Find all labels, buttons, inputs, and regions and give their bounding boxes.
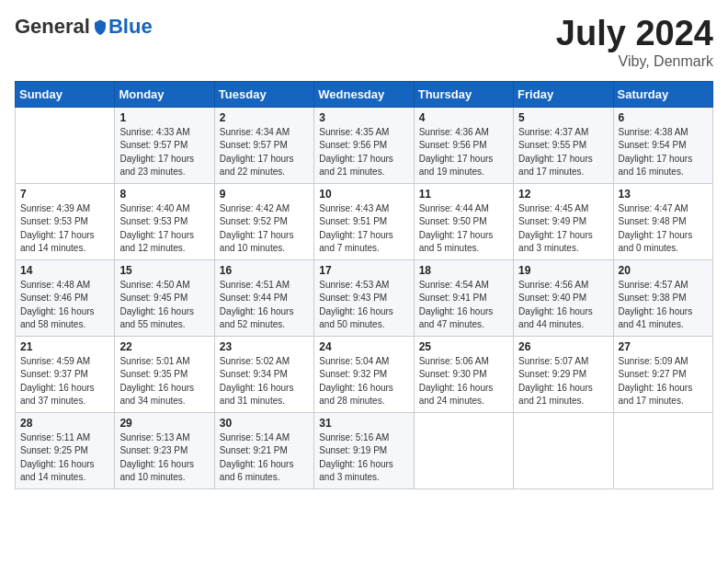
logo-icon xyxy=(92,18,108,35)
day-info: Sunrise: 4:48 AM Sunset: 9:46 PM Dayligh… xyxy=(20,279,109,332)
calendar-cell: 7Sunrise: 4:39 AM Sunset: 9:53 PM Daylig… xyxy=(16,183,115,259)
day-info: Sunrise: 4:44 AM Sunset: 9:50 PM Dayligh… xyxy=(419,202,508,256)
day-info: Sunrise: 4:45 AM Sunset: 9:49 PM Dayligh… xyxy=(518,202,608,256)
calendar-cell: 31Sunrise: 5:16 AM Sunset: 9:19 PM Dayli… xyxy=(314,412,414,488)
calendar-cell: 22Sunrise: 5:01 AM Sunset: 9:35 PM Dayli… xyxy=(115,336,214,412)
day-info: Sunrise: 4:36 AM Sunset: 9:56 PM Dayligh… xyxy=(419,126,508,179)
calendar-cell: 26Sunrise: 5:07 AM Sunset: 9:29 PM Dayli… xyxy=(514,336,613,412)
calendar-cell: 2Sunrise: 4:34 AM Sunset: 9:57 PM Daylig… xyxy=(214,107,313,183)
calendar-cell: 19Sunrise: 4:56 AM Sunset: 9:40 PM Dayli… xyxy=(514,259,613,336)
day-info: Sunrise: 4:33 AM Sunset: 9:57 PM Dayligh… xyxy=(119,126,209,179)
day-info: Sunrise: 5:01 AM Sunset: 9:35 PM Dayligh… xyxy=(119,355,209,408)
day-info: Sunrise: 4:54 AM Sunset: 9:41 PM Dayligh… xyxy=(419,279,508,332)
calendar-cell: 18Sunrise: 4:54 AM Sunset: 9:41 PM Dayli… xyxy=(414,259,513,336)
day-number: 14 xyxy=(20,264,109,277)
calendar-cell: 29Sunrise: 5:13 AM Sunset: 9:23 PM Dayli… xyxy=(115,412,214,488)
day-number: 22 xyxy=(119,340,209,353)
day-number: 28 xyxy=(20,417,109,430)
calendar-cell: 9Sunrise: 4:42 AM Sunset: 9:52 PM Daylig… xyxy=(214,183,313,259)
day-number: 1 xyxy=(119,111,209,124)
day-info: Sunrise: 4:47 AM Sunset: 9:48 PM Dayligh… xyxy=(619,202,708,256)
day-number: 27 xyxy=(619,340,708,353)
column-header-friday: Friday xyxy=(514,81,613,107)
calendar-cell xyxy=(514,412,613,488)
column-header-saturday: Saturday xyxy=(613,81,712,107)
calendar-cell: 27Sunrise: 5:09 AM Sunset: 9:27 PM Dayli… xyxy=(613,336,712,412)
calendar-week-row: 7Sunrise: 4:39 AM Sunset: 9:53 PM Daylig… xyxy=(16,183,713,259)
column-header-monday: Monday xyxy=(115,81,214,107)
calendar-cell: 1Sunrise: 4:33 AM Sunset: 9:57 PM Daylig… xyxy=(115,107,214,183)
day-number: 7 xyxy=(20,188,109,201)
day-info: Sunrise: 4:35 AM Sunset: 9:56 PM Dayligh… xyxy=(319,126,408,179)
day-number: 9 xyxy=(220,188,309,201)
day-info: Sunrise: 4:59 AM Sunset: 9:37 PM Dayligh… xyxy=(20,355,109,408)
calendar-cell: 14Sunrise: 4:48 AM Sunset: 9:46 PM Dayli… xyxy=(16,259,115,336)
day-number: 16 xyxy=(220,264,309,277)
day-number: 30 xyxy=(220,417,309,430)
day-number: 10 xyxy=(319,188,408,201)
calendar-cell: 20Sunrise: 4:57 AM Sunset: 9:38 PM Dayli… xyxy=(613,259,712,336)
calendar-cell xyxy=(414,412,513,488)
column-header-sunday: Sunday xyxy=(16,81,115,107)
day-info: Sunrise: 4:39 AM Sunset: 9:53 PM Dayligh… xyxy=(20,202,109,256)
calendar-cell: 25Sunrise: 5:06 AM Sunset: 9:30 PM Dayli… xyxy=(414,336,513,412)
day-number: 17 xyxy=(319,264,408,277)
calendar-week-row: 28Sunrise: 5:11 AM Sunset: 9:25 PM Dayli… xyxy=(16,412,713,488)
day-number: 15 xyxy=(119,264,209,277)
day-number: 29 xyxy=(119,417,209,430)
day-info: Sunrise: 4:56 AM Sunset: 9:40 PM Dayligh… xyxy=(518,279,608,332)
calendar-cell: 4Sunrise: 4:36 AM Sunset: 9:56 PM Daylig… xyxy=(414,107,513,183)
day-info: Sunrise: 4:53 AM Sunset: 9:43 PM Dayligh… xyxy=(319,279,408,332)
day-info: Sunrise: 4:42 AM Sunset: 9:52 PM Dayligh… xyxy=(220,202,309,256)
calendar-cell: 11Sunrise: 4:44 AM Sunset: 9:50 PM Dayli… xyxy=(414,183,513,259)
calendar-cell: 15Sunrise: 4:50 AM Sunset: 9:45 PM Dayli… xyxy=(115,259,214,336)
month-year-title: July 2024 xyxy=(556,15,713,53)
day-info: Sunrise: 4:37 AM Sunset: 9:55 PM Dayligh… xyxy=(518,126,608,179)
day-info: Sunrise: 4:38 AM Sunset: 9:54 PM Dayligh… xyxy=(619,126,708,179)
day-number: 5 xyxy=(518,111,608,124)
day-info: Sunrise: 5:07 AM Sunset: 9:29 PM Dayligh… xyxy=(518,355,608,408)
calendar-header-row: SundayMondayTuesdayWednesdayThursdayFrid… xyxy=(16,81,713,107)
calendar-cell: 16Sunrise: 4:51 AM Sunset: 9:44 PM Dayli… xyxy=(214,259,313,336)
day-info: Sunrise: 5:04 AM Sunset: 9:32 PM Dayligh… xyxy=(319,355,408,408)
calendar-cell: 6Sunrise: 4:38 AM Sunset: 9:54 PM Daylig… xyxy=(613,107,712,183)
day-info: Sunrise: 5:09 AM Sunset: 9:27 PM Dayligh… xyxy=(619,355,708,408)
day-number: 8 xyxy=(119,188,209,201)
calendar-cell: 21Sunrise: 4:59 AM Sunset: 9:37 PM Dayli… xyxy=(16,336,115,412)
day-number: 2 xyxy=(220,111,309,124)
column-header-tuesday: Tuesday xyxy=(214,81,313,107)
day-number: 24 xyxy=(319,340,408,353)
day-number: 3 xyxy=(319,111,408,124)
day-info: Sunrise: 5:16 AM Sunset: 9:19 PM Dayligh… xyxy=(319,431,408,485)
calendar-cell xyxy=(16,107,115,183)
calendar-cell: 13Sunrise: 4:47 AM Sunset: 9:48 PM Dayli… xyxy=(613,183,712,259)
logo-general-text: General xyxy=(15,15,90,39)
calendar-cell: 24Sunrise: 5:04 AM Sunset: 9:32 PM Dayli… xyxy=(314,336,414,412)
day-number: 6 xyxy=(619,111,708,124)
day-info: Sunrise: 5:06 AM Sunset: 9:30 PM Dayligh… xyxy=(419,355,508,408)
page-header: General Blue July 2024 Viby, Denmark xyxy=(15,15,713,70)
calendar-cell: 12Sunrise: 4:45 AM Sunset: 9:49 PM Dayli… xyxy=(514,183,613,259)
day-number: 20 xyxy=(619,264,708,277)
calendar-week-row: 21Sunrise: 4:59 AM Sunset: 9:37 PM Dayli… xyxy=(16,336,713,412)
day-info: Sunrise: 5:11 AM Sunset: 9:25 PM Dayligh… xyxy=(20,431,109,485)
calendar-cell: 5Sunrise: 4:37 AM Sunset: 9:55 PM Daylig… xyxy=(514,107,613,183)
calendar-week-row: 1Sunrise: 4:33 AM Sunset: 9:57 PM Daylig… xyxy=(16,107,713,183)
title-block: July 2024 Viby, Denmark xyxy=(556,15,713,70)
day-info: Sunrise: 5:14 AM Sunset: 9:21 PM Dayligh… xyxy=(220,431,309,485)
calendar-cell xyxy=(613,412,712,488)
logo: General Blue xyxy=(15,15,153,39)
calendar-week-row: 14Sunrise: 4:48 AM Sunset: 9:46 PM Dayli… xyxy=(16,259,713,336)
calendar-cell: 10Sunrise: 4:43 AM Sunset: 9:51 PM Dayli… xyxy=(314,183,414,259)
day-number: 12 xyxy=(518,188,608,201)
calendar-table: SundayMondayTuesdayWednesdayThursdayFrid… xyxy=(15,81,713,489)
day-number: 23 xyxy=(220,340,309,353)
column-header-thursday: Thursday xyxy=(414,81,513,107)
logo-blue-text: Blue xyxy=(108,15,153,39)
column-header-wednesday: Wednesday xyxy=(314,81,414,107)
day-info: Sunrise: 4:51 AM Sunset: 9:44 PM Dayligh… xyxy=(220,279,309,332)
day-info: Sunrise: 4:40 AM Sunset: 9:53 PM Dayligh… xyxy=(119,202,209,256)
day-number: 11 xyxy=(419,188,508,201)
day-number: 26 xyxy=(518,340,608,353)
location-subtitle: Viby, Denmark xyxy=(556,53,713,70)
